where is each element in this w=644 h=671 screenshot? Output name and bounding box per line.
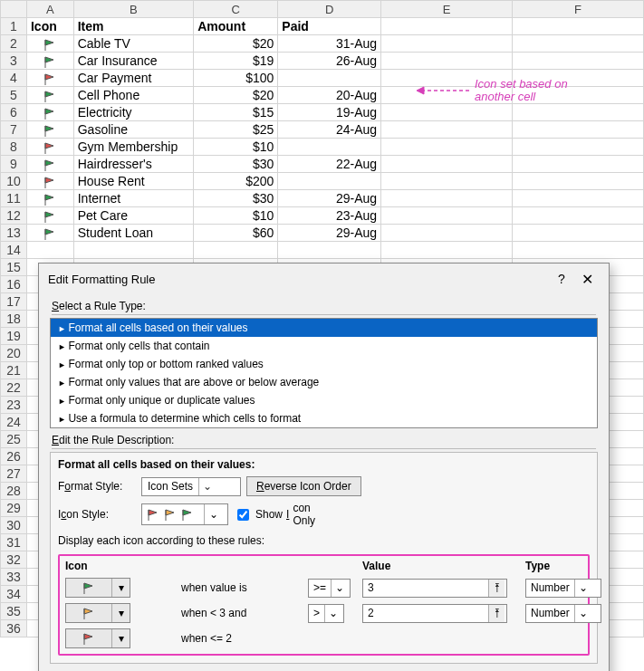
row-header[interactable]: 9: [1, 156, 27, 173]
table-row[interactable]: 8 Gym Membership $10: [1, 139, 644, 156]
row-header[interactable]: 23: [1, 397, 27, 414]
table-row[interactable]: 3 Car Insurance $19 26-Aug: [1, 53, 644, 70]
cell-item[interactable]: Pet Care: [73, 207, 193, 225]
cell-paid[interactable]: 19-Aug: [278, 104, 381, 121]
row-header[interactable]: 20: [1, 345, 27, 362]
row-header[interactable]: 4: [1, 70, 27, 87]
flag-icon[interactable]: [26, 121, 73, 139]
rule-type-item[interactable]: Format only unique or duplicate values: [51, 391, 597, 409]
row-header[interactable]: 19: [1, 328, 27, 345]
rule-operator-dropdown[interactable]: >=⌄: [308, 579, 351, 598]
cell-amount[interactable]: $25: [194, 121, 278, 139]
header-icon[interactable]: Icon: [26, 18, 73, 35]
table-row[interactable]: 7 Gasoline $25 24-Aug: [1, 121, 644, 139]
row-header[interactable]: 28: [1, 483, 27, 500]
cell-item[interactable]: Cable TV: [73, 35, 193, 53]
rule-type-item[interactable]: Format only cells that contain: [51, 337, 597, 355]
cell-paid[interactable]: 29-Aug: [278, 190, 381, 207]
row-header[interactable]: 16: [1, 276, 27, 293]
flag-icon[interactable]: [26, 70, 73, 87]
rule-operator-dropdown[interactable]: >⌄: [308, 604, 344, 623]
flag-icon[interactable]: [26, 53, 73, 70]
row-header[interactable]: 21: [1, 362, 27, 379]
row-header[interactable]: 15: [1, 259, 27, 276]
row-header[interactable]: 13: [1, 225, 27, 242]
cell-paid[interactable]: 31-Aug: [278, 35, 381, 53]
cell-paid[interactable]: [278, 139, 381, 156]
range-picker-icon[interactable]: ⭱: [488, 605, 505, 622]
table-row[interactable]: 6 Electricity $15 19-Aug: [1, 104, 644, 121]
rule-type-item[interactable]: Format only top or bottom ranked values: [51, 355, 597, 373]
table-row[interactable]: 9 Hairdresser's $30 22-Aug: [1, 156, 644, 173]
row-header[interactable]: 24: [1, 414, 27, 431]
row-header[interactable]: 25: [1, 431, 27, 448]
table-row[interactable]: 13 Student Loan $60 29-Aug: [1, 225, 644, 242]
row-header[interactable]: 6: [1, 104, 27, 121]
icon-style-dropdown[interactable]: ⌄: [141, 503, 228, 525]
table-row[interactable]: 11 Internet $30 29-Aug: [1, 190, 644, 207]
cell-amount[interactable]: $10: [194, 207, 278, 225]
flag-icon[interactable]: [26, 156, 73, 173]
cell-paid[interactable]: 22-Aug: [278, 156, 381, 173]
rule-type-list[interactable]: Format all cells based on their valuesFo…: [50, 318, 598, 428]
cell-amount[interactable]: $20: [194, 87, 278, 104]
row-header[interactable]: 22: [1, 379, 27, 397]
col-header-a[interactable]: A: [26, 1, 73, 18]
cell-paid[interactable]: 23-Aug: [278, 207, 381, 225]
flag-icon[interactable]: [26, 104, 73, 121]
cell-item[interactable]: Electricity: [73, 104, 193, 121]
show-icon-only-checkbox[interactable]: Show Icon Only: [234, 502, 312, 527]
cell-amount[interactable]: $30: [194, 190, 278, 207]
row-header[interactable]: 5: [1, 87, 27, 104]
row-header[interactable]: 10: [1, 173, 27, 190]
flag-icon[interactable]: [26, 35, 73, 53]
cell-item[interactable]: Hairdresser's: [73, 156, 193, 173]
rule-value-input[interactable]: 2⭱: [362, 604, 507, 623]
flag-icon[interactable]: [26, 207, 73, 225]
reverse-icon-order-button[interactable]: Reverse Icon Order: [246, 476, 361, 496]
cell-amount[interactable]: $19: [194, 53, 278, 70]
row-header[interactable]: 32: [1, 551, 27, 569]
row-header[interactable]: 34: [1, 586, 27, 603]
rule-type-item[interactable]: Format only values that are above or bel…: [51, 373, 597, 391]
format-style-dropdown[interactable]: Icon Sets⌄: [141, 477, 241, 496]
col-header-e[interactable]: E: [381, 1, 513, 18]
cell-item[interactable]: Car Payment: [73, 70, 193, 87]
cell-item[interactable]: Student Loan: [73, 225, 193, 242]
flag-icon[interactable]: [26, 139, 73, 156]
row-header[interactable]: 30: [1, 517, 27, 534]
table-row[interactable]: 2 Cable TV $20 31-Aug: [1, 35, 644, 53]
cell-amount[interactable]: $60: [194, 225, 278, 242]
col-header-f[interactable]: F: [513, 1, 644, 18]
header-item[interactable]: Item: [73, 18, 193, 35]
select-all-corner[interactable]: [1, 1, 27, 18]
column-header-row[interactable]: A B C D E F: [1, 1, 644, 18]
rule-type-dropdown[interactable]: Number⌄: [525, 604, 601, 623]
table-row[interactable]: 1 Icon Item Amount Paid: [1, 18, 644, 35]
rule-icon-dropdown[interactable]: ▾: [65, 628, 130, 648]
rule-type-item[interactable]: Format all cells based on their values: [51, 319, 597, 337]
row-header[interactable]: 12: [1, 207, 27, 225]
row-header[interactable]: 7: [1, 121, 27, 139]
header-paid[interactable]: Paid: [278, 18, 381, 35]
row-header[interactable]: 33: [1, 569, 27, 586]
row-header[interactable]: 31: [1, 534, 27, 551]
rule-type-dropdown[interactable]: Number⌄: [525, 579, 601, 598]
header-amount[interactable]: Amount: [194, 18, 278, 35]
cell-item[interactable]: Cell Phone: [73, 87, 193, 104]
table-row[interactable]: 5 Cell Phone $20 20-Aug: [1, 87, 644, 104]
cell-item[interactable]: Car Insurance: [73, 53, 193, 70]
cell-item[interactable]: Gasoline: [73, 121, 193, 139]
cell-paid[interactable]: 24-Aug: [278, 121, 381, 139]
table-row[interactable]: 14: [1, 242, 644, 259]
cell-paid[interactable]: 29-Aug: [278, 225, 381, 242]
table-row[interactable]: 10 House Rent $200: [1, 173, 644, 190]
cell-amount[interactable]: $10: [194, 139, 278, 156]
cell-amount[interactable]: $30: [194, 156, 278, 173]
row-header[interactable]: 18: [1, 311, 27, 328]
close-button[interactable]: ✕: [574, 269, 600, 289]
row-header[interactable]: 11: [1, 190, 27, 207]
cell-amount[interactable]: $200: [194, 173, 278, 190]
range-picker-icon[interactable]: ⭱: [488, 580, 505, 597]
flag-icon[interactable]: [26, 87, 73, 104]
